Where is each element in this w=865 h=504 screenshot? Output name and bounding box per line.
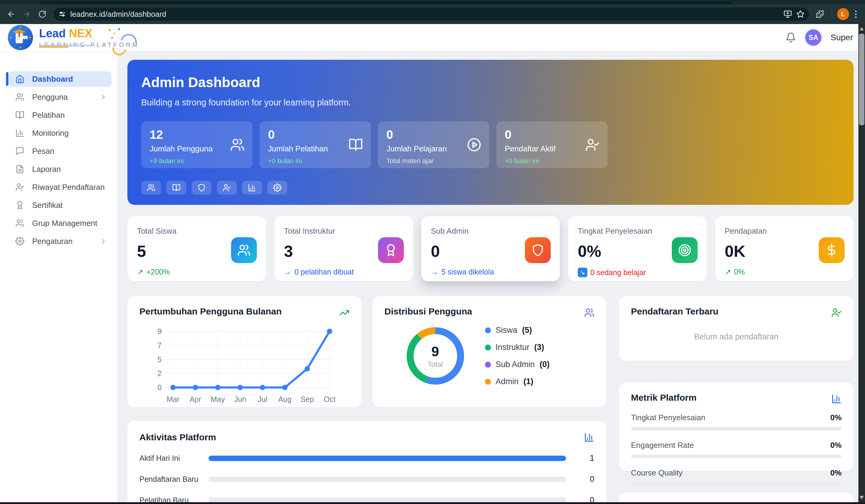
metric-progress-bar bbox=[631, 427, 842, 431]
bar-chart-icon bbox=[831, 394, 842, 404]
extensions-icon[interactable] bbox=[813, 7, 827, 21]
scrollbar-up-arrow[interactable] bbox=[860, 27, 864, 30]
bar-chart-icon bbox=[584, 432, 594, 443]
browser-profile-avatar[interactable]: L bbox=[837, 8, 849, 20]
arrow-right-icon: → bbox=[284, 268, 291, 276]
chevron-right-icon bbox=[100, 93, 107, 101]
users-icon bbox=[15, 219, 24, 228]
down-right-emoji-icon: ↘ bbox=[578, 268, 587, 277]
install-app-icon[interactable] bbox=[784, 10, 792, 18]
book-open-icon bbox=[348, 138, 363, 152]
growth-chart-card: Pertumbuhan Pengguna Bulanan 02579MarApr… bbox=[127, 296, 361, 407]
quick-settings-button[interactable] bbox=[267, 181, 287, 195]
quick-users-button[interactable] bbox=[141, 181, 161, 195]
screen-bottom-edge bbox=[0, 502, 865, 504]
book-open-icon bbox=[15, 110, 24, 119]
metric-row: Course Quality0% bbox=[631, 468, 842, 486]
sidebar-item-dashboard[interactable]: Dashboard bbox=[9, 71, 112, 87]
svg-text:9: 9 bbox=[158, 327, 162, 336]
legend-dot bbox=[485, 344, 491, 351]
stat-cards-row: Total Siswa 5 ↗+200% Total Instruktur 3 … bbox=[127, 216, 854, 281]
award-icon bbox=[378, 237, 404, 263]
sidebar-item-pengaturan[interactable]: Pengaturan bbox=[9, 233, 112, 249]
quick-enrollment-button[interactable] bbox=[217, 181, 237, 195]
metric-row: Tingkat Penyelesaian0% bbox=[631, 413, 842, 431]
donut-total-value: 9 bbox=[431, 343, 439, 360]
svg-text:Sep: Sep bbox=[300, 395, 314, 403]
confetti-dot bbox=[109, 29, 111, 31]
url-bar[interactable]: leadnex.id/admin/dashboard bbox=[54, 8, 809, 21]
user-check-icon bbox=[831, 307, 842, 318]
legend-item: Admin(1) bbox=[485, 377, 550, 386]
browser-tab[interactable] bbox=[39, 1, 733, 4]
activity-row: Aktif Hari Ini 1 bbox=[139, 453, 594, 464]
browser-toolbar: leadnex.id/admin/dashboard L bbox=[0, 4, 865, 24]
user-check-icon bbox=[223, 184, 231, 192]
donut-legend: Siswa(5) Instruktur(3) Sub Admin(0) Admi… bbox=[485, 326, 550, 386]
stat-card-total-siswa: Total Siswa 5 ↗+200% bbox=[127, 216, 266, 281]
brand-underline-orange bbox=[39, 46, 69, 48]
sidebar-item-pelatihan[interactable]: Pelatihan bbox=[9, 107, 112, 123]
banner-tile-pengguna: 12 Jumlah Pengguna +9 bulan ini bbox=[141, 121, 252, 168]
svg-text:Apr: Apr bbox=[189, 395, 201, 403]
bar-chart-icon bbox=[15, 129, 24, 138]
quick-courses-button[interactable] bbox=[166, 181, 186, 195]
url-text: leadnex.id/admin/dashboard bbox=[70, 10, 166, 19]
award-icon bbox=[15, 201, 24, 210]
confetti-dot bbox=[111, 37, 113, 39]
file-text-icon bbox=[15, 165, 24, 174]
svg-text:7: 7 bbox=[158, 341, 162, 350]
sidebar-item-sertifikat[interactable]: Sertifikat bbox=[9, 197, 112, 213]
svg-text:Aug: Aug bbox=[278, 395, 291, 403]
svg-text:Jul: Jul bbox=[258, 395, 267, 403]
sidebar-item-monitoring[interactable]: Monitoring bbox=[9, 125, 112, 141]
quick-reports-button[interactable] bbox=[242, 181, 262, 195]
leadnex-logo-icon bbox=[8, 25, 33, 50]
sidebar: Dashboard Pengguna Pelatihan Monitoring … bbox=[0, 51, 118, 504]
tab-strip bbox=[0, 0, 865, 4]
user-avatar[interactable]: SA bbox=[805, 30, 821, 46]
site-settings-icon[interactable] bbox=[58, 10, 66, 18]
sidebar-item-laporan[interactable]: Laporan bbox=[9, 161, 112, 177]
sidebar-item-grup-management[interactable]: Grup Management bbox=[9, 215, 112, 231]
target-icon bbox=[672, 237, 697, 263]
users-icon bbox=[15, 93, 24, 102]
gear-icon bbox=[273, 184, 281, 192]
sidebar-item-pesan[interactable]: Pesan bbox=[9, 143, 112, 159]
forward-icon[interactable] bbox=[20, 7, 34, 21]
legend-dot bbox=[485, 379, 491, 385]
scrollbar-down-arrow[interactable] bbox=[860, 496, 864, 499]
activity-title: Aktivitas Platform bbox=[139, 432, 594, 443]
legend-dot bbox=[485, 362, 491, 368]
platform-metrics-card: Metrik Platform Tingkat Penyelesaian0% E… bbox=[619, 382, 854, 471]
distribution-chart-card: Distribusi Pengguna 9 Total bbox=[372, 296, 607, 407]
message-icon bbox=[15, 146, 24, 155]
users-icon bbox=[230, 138, 244, 152]
admin-banner: Admin Dashboard Building a strong founda… bbox=[127, 60, 854, 205]
users-icon bbox=[584, 307, 594, 318]
reload-icon[interactable] bbox=[35, 7, 49, 21]
arrow-right-icon: → bbox=[431, 268, 438, 276]
svg-text:0: 0 bbox=[158, 383, 162, 392]
home-icon bbox=[15, 74, 24, 83]
page-subtitle: Building a strong foundation for your le… bbox=[141, 98, 840, 107]
metric-progress-bar bbox=[631, 455, 842, 458]
page-scrollbar[interactable] bbox=[858, 24, 865, 502]
distribution-chart-title: Distribusi Pengguna bbox=[384, 306, 595, 317]
notification-bell-icon[interactable] bbox=[785, 32, 796, 43]
trend-up-icon: ↗ bbox=[725, 268, 731, 276]
users-icon bbox=[147, 184, 155, 192]
confetti-dot bbox=[114, 33, 115, 34]
back-icon[interactable] bbox=[4, 7, 18, 21]
browser-menu-icon[interactable] bbox=[851, 11, 861, 18]
banner-tile-pelajaran: 0 Jumlah Pelajaran Total materi ajar bbox=[378, 121, 489, 168]
scrollbar-thumb[interactable] bbox=[859, 34, 864, 125]
svg-text:5: 5 bbox=[158, 355, 162, 364]
sidebar-item-pengguna[interactable]: Pengguna bbox=[9, 89, 112, 105]
bookmark-star-icon[interactable] bbox=[796, 10, 805, 18]
svg-text:May: May bbox=[211, 395, 225, 403]
sidebar-item-riwayat-pendaftaran[interactable]: Riwayat Pendaftaran bbox=[9, 179, 112, 195]
quick-admin-button[interactable] bbox=[192, 181, 211, 195]
legend-dot bbox=[485, 327, 491, 333]
banner-tile-pelatihan: 0 Jumlah Pelatihan +0 bulan ini bbox=[260, 121, 371, 168]
